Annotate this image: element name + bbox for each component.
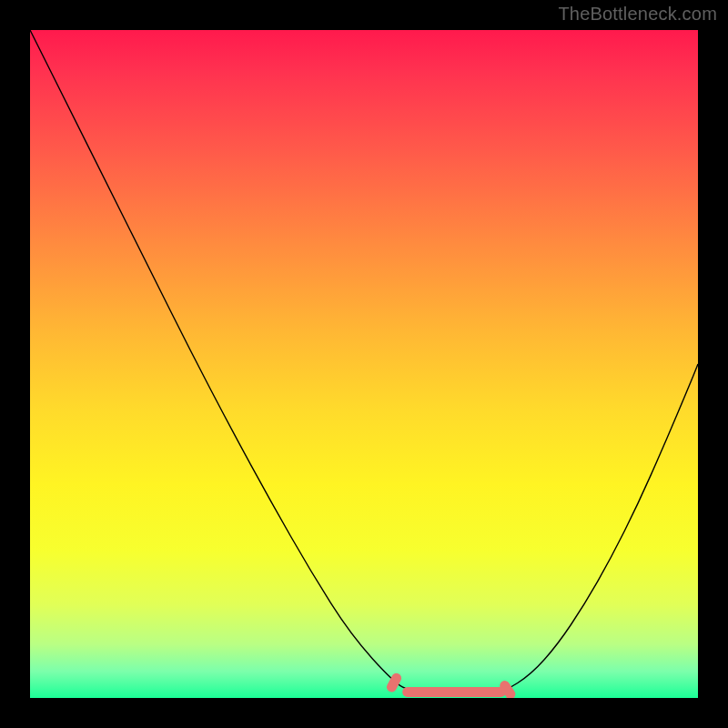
highlight-dot bbox=[391, 678, 396, 687]
watermark-text: TheBottleneck.com bbox=[558, 4, 717, 25]
highlight-group bbox=[391, 678, 510, 693]
plot-area bbox=[30, 30, 698, 698]
bottleneck-curve bbox=[30, 30, 698, 694]
curve-group bbox=[30, 30, 698, 694]
chart-svg bbox=[30, 30, 698, 698]
highlight-dot bbox=[505, 686, 511, 694]
chart-frame: TheBottleneck.com bbox=[0, 0, 728, 728]
